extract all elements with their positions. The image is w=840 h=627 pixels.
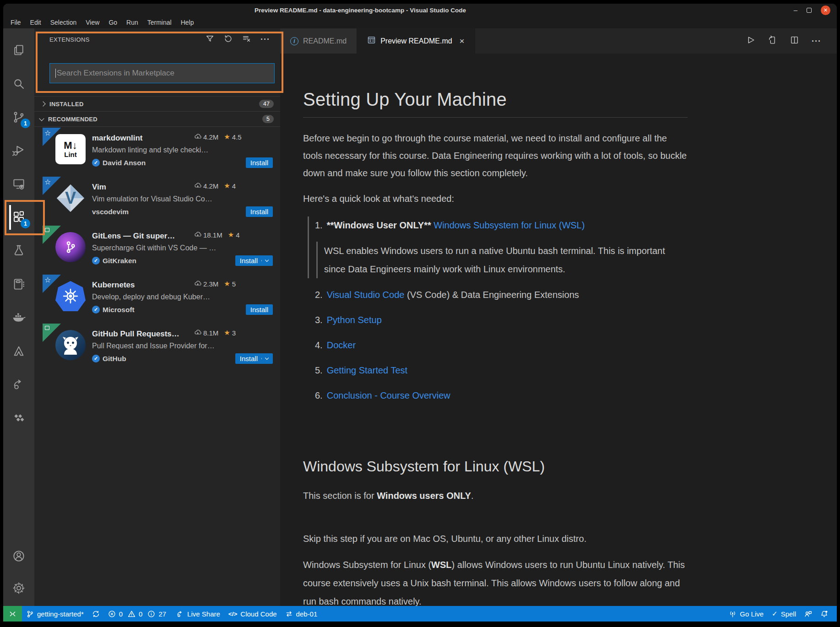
- testing-icon[interactable]: [3, 238, 34, 264]
- spell-check-status[interactable]: ✓ Spell: [768, 606, 800, 622]
- gitlens-logo: [55, 232, 86, 262]
- feedback-button[interactable]: [800, 606, 816, 622]
- install-button[interactable]: Install: [246, 304, 273, 315]
- filter-icon[interactable]: [206, 34, 214, 45]
- star-icon: ★: [228, 231, 234, 239]
- vim-logo: V: [55, 183, 86, 213]
- svg-text:V: V: [65, 189, 76, 207]
- azure-icon[interactable]: [3, 338, 34, 364]
- remote-machine-status[interactable]: deb-01: [281, 606, 322, 622]
- run-debug-icon[interactable]: [3, 137, 34, 164]
- extension-row-markdownlint[interactable]: ☆ M↓Lint markdownlint 4.2M ★ 4.5 Markdo: [34, 127, 280, 176]
- install-dropdown-button[interactable]: Install: [235, 255, 273, 266]
- notebook-icon[interactable]: [3, 271, 34, 297]
- installed-count-badge: 47: [259, 100, 274, 108]
- downloads-icon: [194, 133, 201, 141]
- chevron-right-icon: [40, 101, 45, 106]
- window-title: Preview README.md - data-engineering-boo…: [3, 4, 717, 16]
- verified-publisher-icon: ✓: [92, 257, 100, 265]
- maximize-button[interactable]: [807, 8, 812, 13]
- menu-edit[interactable]: Edit: [26, 18, 46, 27]
- list-item-4: 4.Docker: [315, 336, 688, 354]
- link-docker[interactable]: Docker: [327, 340, 356, 350]
- cloud-code-diamonds-icon[interactable]: [3, 405, 34, 431]
- list-item-1: 1.**Windows User ONLY** Windows Subsyste…: [315, 216, 688, 234]
- branch-status[interactable]: getting-started*: [22, 606, 88, 622]
- section-recommended[interactable]: RECOMMENDED 5: [34, 111, 280, 126]
- install-button[interactable]: Install: [246, 157, 273, 168]
- notifications-button[interactable]: [816, 606, 832, 622]
- github-logo: [55, 330, 86, 360]
- remote-icon: [9, 610, 16, 618]
- menu-file[interactable]: File: [6, 18, 26, 27]
- star-icon: ★: [224, 182, 230, 190]
- star-icon: ★: [224, 329, 230, 337]
- status-bar: getting-started* 0 0 27 Live Share </> C…: [3, 606, 837, 622]
- branch-icon: [26, 610, 34, 618]
- markdown-preview-pane: Setting Up Your Machine Before we begin …: [280, 54, 837, 606]
- menu-view[interactable]: View: [81, 18, 104, 27]
- minimize-button[interactable]: –: [794, 8, 797, 12]
- remote-explorer-icon[interactable]: [3, 171, 34, 197]
- info-icon: i: [290, 37, 298, 45]
- paragraph: Before we begin to go through the course…: [303, 130, 688, 182]
- link-wsl[interactable]: Windows Subsystem for Linux (WSL): [434, 220, 585, 230]
- link-conclusion[interactable]: Conclusion - Course Overview: [327, 390, 450, 400]
- docker-icon[interactable]: [3, 304, 34, 331]
- install-dropdown-button[interactable]: Install: [235, 353, 273, 364]
- extensions-search-box[interactable]: [49, 63, 275, 83]
- extension-row-github-pr[interactable]: GitHub Pull Requests… 8.1M ★ 3 Pull Requ…: [34, 323, 280, 372]
- close-tab-icon[interactable]: ×: [460, 36, 465, 46]
- section-installed[interactable]: INSTALLED 47: [34, 96, 280, 111]
- live-share-icon: [176, 610, 184, 618]
- link-getting-started-test[interactable]: Getting Started Test: [327, 365, 407, 375]
- downloads-icon: [194, 231, 201, 238]
- refresh-icon[interactable]: [224, 34, 233, 45]
- sidebar-title: EXTENSIONS: [49, 36, 206, 43]
- go-live-button[interactable]: Go Live: [725, 606, 768, 622]
- settings-gear-icon[interactable]: [3, 575, 34, 601]
- menu-help[interactable]: Help: [176, 18, 199, 27]
- extensions-search-input[interactable]: [55, 69, 269, 78]
- sync-status[interactable]: [88, 606, 104, 622]
- sync-icon: [92, 610, 100, 618]
- accounts-icon[interactable]: [3, 543, 34, 569]
- extension-row-vim[interactable]: ☆ V Vim 4.2M ★ 4 Vim emulation for Visu: [34, 176, 280, 225]
- close-button[interactable]: ×: [821, 5, 830, 15]
- remote-indicator[interactable]: [3, 606, 22, 622]
- blockquote: 1.**Windows User ONLY** Windows Subsyste…: [308, 216, 688, 278]
- menu-bar: File Edit Selection View Go Run Terminal…: [3, 16, 837, 28]
- check-icon: ✓: [772, 610, 778, 618]
- split-editor-icon[interactable]: [790, 35, 799, 47]
- markdown-preview-icon: [367, 36, 376, 46]
- tab-readme[interactable]: i README.md: [280, 28, 357, 54]
- tab-preview-readme[interactable]: Preview README.md ×: [357, 28, 475, 54]
- problems-status[interactable]: 0 0 27: [104, 606, 172, 622]
- extension-row-kubernetes[interactable]: ☆ Kubernetes 2.3M ★ 5 Develop, deploy: [34, 274, 280, 323]
- live-share-status[interactable]: Live Share: [172, 606, 224, 622]
- search-icon[interactable]: [3, 70, 34, 97]
- run-button[interactable]: [746, 35, 755, 47]
- more-actions-icon[interactable]: ···: [812, 39, 821, 43]
- extension-row-gitlens[interactable]: GitLens — Git super… 18.1M ★ 4 Superchar…: [34, 225, 280, 274]
- extensions-icon[interactable]: 1: [3, 204, 34, 231]
- menu-go[interactable]: Go: [104, 18, 122, 27]
- live-share-icon[interactable]: [3, 371, 34, 398]
- downloads-icon: [194, 329, 201, 336]
- link-python-setup[interactable]: Python Setup: [327, 315, 382, 325]
- explorer-icon[interactable]: [3, 37, 34, 64]
- link-vscode[interactable]: Visual Studio Code: [327, 290, 405, 300]
- menu-run[interactable]: Run: [122, 18, 143, 27]
- menu-selection[interactable]: Selection: [46, 18, 81, 27]
- open-changes-icon[interactable]: [768, 35, 777, 47]
- clear-extensions-icon[interactable]: [242, 34, 251, 45]
- menu-terminal[interactable]: Terminal: [143, 18, 176, 27]
- install-button[interactable]: Install: [246, 206, 273, 217]
- source-control-icon[interactable]: 1: [3, 104, 34, 130]
- paragraph: This section is for Windows users ONLY.: [303, 487, 688, 504]
- markdownlint-logo: M↓Lint: [55, 134, 86, 164]
- more-actions-icon[interactable]: ···: [260, 38, 270, 41]
- cloud-code-status[interactable]: </> Cloud Code: [224, 606, 281, 622]
- editor-group: i README.md Preview README.md ×: [280, 28, 837, 606]
- warning-icon: [128, 610, 135, 618]
